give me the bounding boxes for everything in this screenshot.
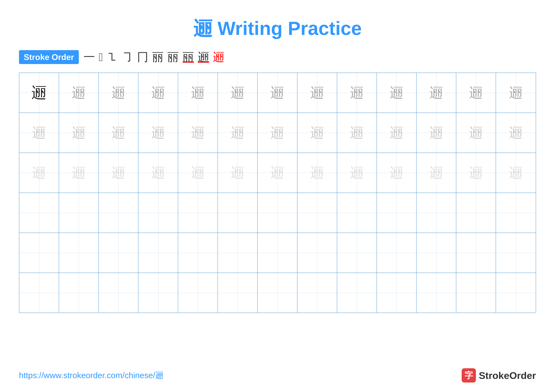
grid-cell-r6-c11[interactable] (416, 273, 456, 313)
grid-cell-r2-c6[interactable]: 逦 (218, 113, 258, 153)
grid-cell-r2-c4[interactable]: 逦 (139, 113, 178, 153)
grid-cell-r5-c8[interactable] (297, 233, 337, 273)
page-title: 逦 Writing Practice (193, 18, 362, 39)
grid-cell-r3-c13[interactable]: 逦 (496, 153, 536, 192)
grid-cell-r2-c13[interactable]: 逦 (496, 113, 536, 153)
grid-cell-r5-c12[interactable] (456, 233, 496, 273)
char-display: 逦 (112, 164, 125, 182)
grid-cell-r5-c10[interactable] (377, 233, 416, 273)
grid-cell-r1-c12[interactable]: 逦 (456, 73, 496, 113)
grid-row-5 (19, 233, 536, 273)
grid-cell-r2-c10[interactable]: 逦 (377, 113, 416, 153)
grid-cell-r3-c10[interactable]: 逦 (377, 153, 416, 192)
char-display: 逦 (509, 164, 523, 182)
grid-cell-r3-c7[interactable]: 逦 (258, 153, 297, 192)
footer-url[interactable]: https://www.strokeorder.com/chinese/逦 (19, 370, 163, 381)
stroke-order-row: Stroke Order 一 𠃌 ㇅ ㇆ 冂 丽 丽 丽 逦 逦 (19, 50, 536, 65)
grid-cell-r4-c9[interactable] (337, 193, 377, 233)
char-display: 逦 (350, 164, 364, 182)
grid-row-3: 逦 逦 逦 逦 逦 逦 逦 逦 逦 (19, 153, 536, 193)
grid-cell-r5-c4[interactable] (139, 233, 178, 273)
grid-cell-r6-c3[interactable] (99, 273, 139, 313)
grid-cell-r6-c7[interactable] (258, 273, 297, 313)
grid-cell-r2-c11[interactable]: 逦 (416, 113, 456, 153)
grid-cell-r1-c8[interactable]: 逦 (297, 73, 337, 113)
grid-cell-r1-c7[interactable]: 逦 (258, 73, 297, 113)
stroke-step-8: 丽 (183, 50, 194, 65)
grid-cell-r4-c7[interactable] (258, 193, 297, 233)
grid-cell-r4-c3[interactable] (99, 193, 139, 233)
char-display: 逦 (191, 124, 204, 142)
stroke-step-7: 丽 (167, 50, 179, 65)
grid-cell-r2-c9[interactable]: 逦 (337, 113, 377, 153)
char-display: 逦 (231, 84, 244, 102)
grid-cell-r6-c2[interactable] (59, 273, 99, 313)
grid-cell-r6-c12[interactable] (456, 273, 496, 313)
title-area: 逦 Writing Practice (19, 16, 536, 42)
grid-cell-r2-c7[interactable]: 逦 (258, 113, 297, 153)
grid-cell-r3-c11[interactable]: 逦 (416, 153, 456, 192)
grid-cell-r6-c1[interactable] (19, 273, 59, 313)
grid-cell-r6-c6[interactable] (218, 273, 258, 313)
grid-cell-r1-c10[interactable]: 逦 (377, 73, 416, 113)
grid-cell-r4-c5[interactable] (178, 193, 218, 233)
grid-cell-r1-c4[interactable]: 逦 (139, 73, 178, 113)
grid-cell-r1-c3[interactable]: 逦 (99, 73, 139, 113)
grid-cell-r5-c13[interactable] (496, 233, 536, 273)
grid-cell-r3-c5[interactable]: 逦 (178, 153, 218, 192)
grid-cell-r6-c8[interactable] (297, 273, 337, 313)
grid-cell-r4-c13[interactable] (496, 193, 536, 233)
grid-cell-r1-c5[interactable]: 逦 (178, 73, 218, 113)
grid-cell-r1-c13[interactable]: 逦 (496, 73, 536, 113)
grid-cell-r1-c6[interactable]: 逦 (218, 73, 258, 113)
grid-cell-r5-c11[interactable] (416, 233, 456, 273)
grid-cell-r4-c1[interactable] (19, 193, 59, 233)
grid-cell-r4-c8[interactable] (297, 193, 337, 233)
grid-cell-r6-c10[interactable] (377, 273, 416, 313)
grid-cell-r3-c4[interactable]: 逦 (139, 153, 178, 192)
char-display: 逦 (469, 164, 483, 182)
grid-cell-r6-c4[interactable] (139, 273, 178, 313)
grid-cell-r2-c5[interactable]: 逦 (178, 113, 218, 153)
stroke-step-4: ㇆ (122, 50, 133, 65)
grid-cell-r5-c6[interactable] (218, 233, 258, 273)
grid-cell-r3-c9[interactable]: 逦 (337, 153, 377, 192)
grid-cell-r5-c5[interactable] (178, 233, 218, 273)
grid-cell-r5-c2[interactable] (59, 233, 99, 273)
grid-cell-r4-c4[interactable] (139, 193, 178, 233)
grid-cell-r1-c1[interactable]: 逦 (19, 73, 59, 113)
grid-cell-r4-c6[interactable] (218, 193, 258, 233)
char-display: 逦 (390, 164, 403, 182)
grid-cell-r5-c7[interactable] (258, 233, 297, 273)
grid-cell-r2-c2[interactable]: 逦 (59, 113, 99, 153)
char-display: 逦 (151, 124, 165, 142)
grid-cell-r2-c1[interactable]: 逦 (19, 113, 59, 153)
grid-cell-r3-c8[interactable]: 逦 (297, 153, 337, 192)
char-display: 逦 (112, 84, 125, 102)
grid-cell-r3-c12[interactable]: 逦 (456, 153, 496, 192)
grid-cell-r4-c11[interactable] (416, 193, 456, 233)
grid-cell-r3-c1[interactable]: 逦 (19, 153, 59, 192)
grid-cell-r1-c9[interactable]: 逦 (337, 73, 377, 113)
grid-cell-r3-c3[interactable]: 逦 (99, 153, 139, 192)
char-display: 逦 (231, 124, 244, 142)
grid-cell-r6-c13[interactable] (496, 273, 536, 313)
char-display: 逦 (350, 124, 364, 142)
grid-cell-r4-c10[interactable] (377, 193, 416, 233)
grid-cell-r4-c12[interactable] (456, 193, 496, 233)
grid-cell-r5-c3[interactable] (99, 233, 139, 273)
stroke-step-3: ㇅ (107, 50, 118, 65)
grid-cell-r5-c9[interactable] (337, 233, 377, 273)
grid-cell-r1-c11[interactable]: 逦 (416, 73, 456, 113)
grid-cell-r2-c12[interactable]: 逦 (456, 113, 496, 153)
grid-cell-r2-c3[interactable]: 逦 (99, 113, 139, 153)
grid-cell-r2-c8[interactable]: 逦 (297, 113, 337, 153)
grid-cell-r3-c2[interactable]: 逦 (59, 153, 99, 192)
grid-cell-r5-c1[interactable] (19, 233, 59, 273)
grid-cell-r6-c9[interactable] (337, 273, 377, 313)
grid-cell-r4-c2[interactable] (59, 193, 99, 233)
grid-cell-r6-c5[interactable] (178, 273, 218, 313)
char-display: 逦 (509, 124, 523, 142)
grid-cell-r1-c2[interactable]: 逦 (59, 73, 99, 113)
grid-cell-r3-c6[interactable]: 逦 (218, 153, 258, 192)
